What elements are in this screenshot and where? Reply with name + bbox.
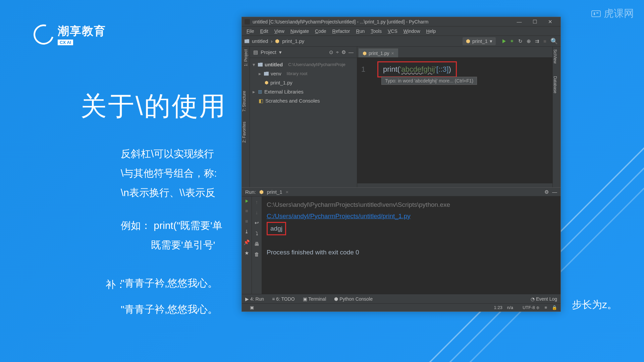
profile-button[interactable]: ⊕: [527, 38, 531, 44]
menu-help[interactable]: Help: [424, 28, 439, 35]
chevron-right-icon[interactable]: ▸: [259, 69, 262, 78]
pin-icon[interactable]: 📌: [244, 239, 250, 245]
output-link[interactable]: C:/Users/andyl/PycharmProjects/untitled/…: [267, 213, 411, 220]
menubar[interactable]: File Edit View Navigate Code Refactor Ru…: [242, 26, 560, 36]
slide-body: 反斜杠\可以实现续行 \与其他符号组合，称: \n表示换行、\\表示反 例如： …: [121, 144, 222, 319]
python-icon: ⬢: [466, 38, 470, 44]
tab-run[interactable]: ▶ 4: Run: [245, 296, 264, 302]
gear-icon[interactable]: ⚙: [544, 189, 549, 195]
navbar: untitled › ⬢ print_1.py ⬢ print_1 ▾ ✶ ↻ …: [242, 36, 560, 47]
menu-view[interactable]: View: [272, 28, 287, 35]
run-name[interactable]: print_1: [267, 189, 282, 195]
slide-line: 例如： print("既需要'单: [121, 216, 222, 235]
close-icon[interactable]: ×: [286, 189, 289, 195]
star-icon[interactable]: ★: [245, 250, 249, 256]
pause-icon[interactable]: ≡: [245, 218, 248, 224]
code-editor[interactable]: 1 print('abcdefghij'[::3]) Typo: in word…: [357, 57, 552, 77]
breadcrumb-item[interactable]: untitled: [252, 38, 268, 44]
run-config-selector[interactable]: ⬢ print_1 ▾: [463, 37, 496, 45]
tree-path: C:\Users\andyl\PycharmProje: [288, 60, 345, 69]
chevron-right-icon: ›: [271, 38, 272, 44]
menu-edit[interactable]: Edit: [258, 28, 271, 35]
svg-rect-0: [592, 11, 600, 17]
slide-extra: 步长为z。: [572, 298, 617, 312]
print-icon[interactable]: 🖶: [254, 241, 259, 247]
stop-button[interactable]: ■: [245, 208, 248, 214]
tab-todo[interactable]: ≡ 6: TODO: [272, 296, 295, 302]
inspections[interactable]: n/a: [507, 305, 513, 310]
encoding[interactable]: UTF-8 ≑: [518, 305, 540, 310]
project-label[interactable]: Project: [261, 49, 276, 55]
menu-run[interactable]: Run: [354, 28, 368, 35]
menu-navigate[interactable]: Navigate: [288, 28, 312, 35]
close-button[interactable]: ✕: [542, 19, 558, 25]
stop-button[interactable]: ■: [543, 38, 546, 44]
scroll-icon[interactable]: ⤵: [256, 231, 258, 236]
close-icon[interactable]: ×: [391, 51, 394, 56]
tree-root[interactable]: untitled: [265, 60, 283, 69]
gear-icon[interactable]: ⚙: [341, 49, 346, 55]
attach-button[interactable]: ⇉: [535, 38, 539, 44]
suppl-label: 补：: [106, 275, 126, 294]
run-button[interactable]: [502, 39, 506, 43]
svg-rect-1: [594, 12, 595, 15]
menu-refactor[interactable]: Refactor: [330, 28, 353, 35]
project-tree[interactable]: ▾ untitled C:\Users\andyl\PycharmProje ▸…: [250, 58, 357, 107]
editor-tab[interactable]: ⬢ print_1.py ×: [359, 49, 398, 57]
hide-icon[interactable]: —: [552, 189, 557, 195]
tree-item[interactable]: External Libraries: [264, 87, 304, 96]
menu-tools[interactable]: Tools: [368, 28, 384, 35]
line-sep[interactable]: ≡: [544, 305, 547, 310]
tree-item[interactable]: venv: [271, 69, 281, 78]
chevron-down-icon[interactable]: ▾: [253, 60, 256, 69]
tree-item[interactable]: Scratches and Consoles: [265, 97, 320, 105]
breadcrumb-item[interactable]: print_1.py: [282, 38, 304, 44]
locate-icon[interactable]: ⊙: [329, 49, 333, 55]
lock-icon[interactable]: 🔒: [552, 305, 557, 310]
tab-terminal[interactable]: ▣ Terminal: [303, 296, 326, 302]
breadcrumb[interactable]: untitled › ⬢ print_1.py: [245, 38, 304, 44]
dump-icon[interactable]: ⤓: [245, 229, 249, 235]
menu-file[interactable]: File: [244, 28, 257, 35]
bottom-tool-tabs: ▶ 4: Run ≡ 6: TODO ▣ Terminal ⬢ Python C…: [242, 294, 560, 303]
highlight-box: print('abcdefghij'[::3]): [377, 61, 457, 77]
menu-vcs[interactable]: VCS: [385, 28, 400, 35]
maximize-button[interactable]: ☐: [527, 19, 542, 25]
tab-project[interactable]: 1: Project: [244, 49, 248, 66]
hide-icon[interactable]: —: [348, 49, 354, 55]
tab-structure[interactable]: 7: Structure: [242, 91, 247, 112]
chevron-right-icon[interactable]: ▸: [253, 87, 256, 96]
project-tool-window: ▤ Project ▾ ⊙ ÷ ⚙ — ▾ untitled C:\Users\…: [250, 47, 357, 187]
trash-icon[interactable]: 🗑: [254, 251, 259, 257]
status-icon[interactable]: ▣: [250, 305, 254, 310]
down-icon[interactable]: ↓: [256, 209, 258, 215]
tab-sciview[interactable]: SciView: [553, 47, 557, 63]
brand-logo: 潮享教育 CX AI: [34, 23, 106, 45]
minimize-button[interactable]: —: [512, 19, 527, 24]
run-output[interactable]: C:\Users\andyl\PycharmProjects\untitled\…: [262, 196, 560, 294]
cursor-pos[interactable]: 1:23: [494, 305, 502, 310]
tab-favorites[interactable]: 2: Favorites: [242, 122, 247, 143]
chevron-down-icon[interactable]: ▾: [279, 49, 282, 55]
rerun-button[interactable]: [246, 199, 248, 203]
menu-window[interactable]: Window: [401, 28, 423, 35]
python-icon: ⬢: [275, 38, 279, 44]
wrap-icon[interactable]: ↩: [255, 220, 259, 226]
event-log[interactable]: ◔ Event Log: [531, 296, 557, 302]
logo-ring-icon: [30, 21, 57, 48]
menu-code[interactable]: Code: [312, 28, 329, 35]
code-slice: [::3]: [436, 65, 449, 73]
tree-item[interactable]: print_1.py: [270, 78, 292, 87]
search-button[interactable]: 🔍: [550, 38, 558, 45]
coverage-button[interactable]: ↻: [518, 38, 523, 44]
tab-pyconsole[interactable]: ⬢ Python Console: [334, 296, 373, 302]
statusbar: ▣ 1:23 n/a UTF-8 ≑ ≡ 🔒: [242, 303, 560, 311]
collapse-icon[interactable]: ÷: [336, 49, 339, 55]
titlebar[interactable]: untitled [C:\Users\andyl\PycharmProjects…: [242, 17, 560, 26]
tab-database[interactable]: Database: [553, 73, 557, 93]
debug-button[interactable]: ✶: [510, 38, 514, 44]
logo-en: CX AI: [58, 40, 73, 45]
inspection-hint[interactable]: Typo: in word 'abcdefghij' more... (Ctrl…: [381, 77, 477, 85]
horizontal-scrollbar[interactable]: [357, 183, 552, 187]
up-icon[interactable]: ↑: [256, 199, 258, 205]
